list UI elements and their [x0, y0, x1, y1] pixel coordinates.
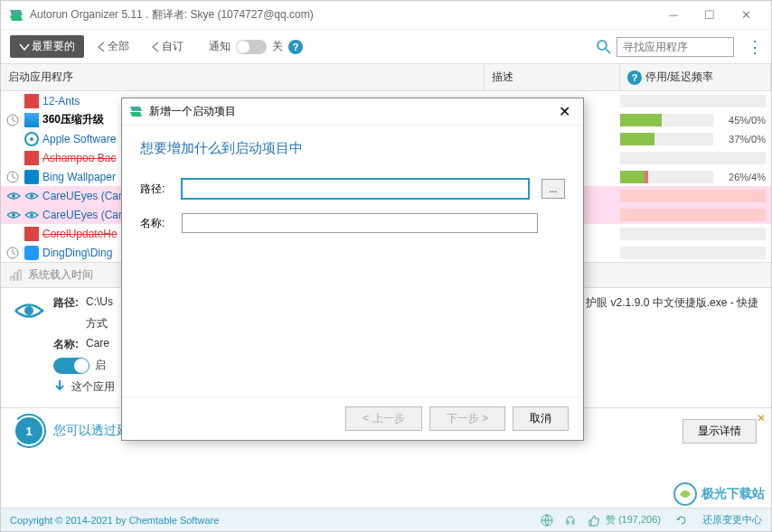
chevron-left-icon: [97, 42, 106, 52]
likes-label[interactable]: 赞 (197,206): [606, 513, 661, 527]
dialog-titlebar: 新增一个启动项目 ✕: [122, 98, 583, 126]
search-input[interactable]: [617, 37, 734, 57]
app-name: 12-Ants: [42, 95, 80, 107]
app-name: CareUEyes (Car: [42, 209, 122, 221]
method-label: 方式: [86, 316, 108, 331]
svg-point-8: [12, 213, 15, 217]
svg-line-1: [606, 49, 610, 53]
tip-badge: 1: [15, 417, 42, 444]
eye-icon: [14, 295, 44, 326]
app-name: Bing Wallpaper: [42, 171, 116, 183]
svg-point-9: [30, 213, 33, 217]
show-details-button[interactable]: 显示详情: [683, 419, 757, 443]
freq-text: 37%/0%: [717, 134, 766, 145]
app-logo-icon: [129, 105, 144, 119]
filter-custom[interactable]: 自订: [142, 35, 193, 58]
eye-icon: [6, 191, 21, 201]
close-button[interactable]: ✕: [728, 2, 764, 29]
titlebar: Autorun Organizer 5.11 . 翻译者: Skye (1074…: [1, 1, 771, 30]
app-name: CorelUpdateHe: [42, 228, 118, 240]
minimize-button[interactable]: ─: [655, 2, 692, 29]
col-header-freq[interactable]: ? 停用/延迟频率: [620, 64, 771, 90]
eye-icon: [6, 210, 21, 220]
path-field-row: 路径: ...: [140, 179, 565, 199]
help-icon[interactable]: ?: [627, 70, 642, 85]
app-name: 360压缩升级: [42, 112, 104, 127]
path-input[interactable]: [182, 179, 529, 199]
name-field-row: 名称:: [140, 213, 565, 233]
svg-point-6: [12, 194, 15, 198]
column-headers: 启动应用程序 描述 ? 停用/延迟频率: [1, 64, 771, 91]
path-field-label: 路径:: [140, 182, 173, 197]
name-value: Care: [86, 337, 109, 350]
cancel-button[interactable]: 取消: [513, 406, 569, 431]
app-name: Apple Software: [42, 133, 116, 145]
filter-custom-label: 自订: [162, 39, 184, 54]
statusbar: Copyright © 2014-2021 by Chemtable Softw…: [1, 508, 771, 531]
filter-all[interactable]: 全部: [88, 35, 138, 58]
clock-icon: [6, 171, 19, 183]
col-header-desc[interactable]: 描述: [485, 64, 620, 90]
dialog-question: 想要增加什么到启动项目中: [140, 140, 565, 157]
restore-icon[interactable]: [675, 514, 688, 527]
app-name: Ashampoo Bac: [42, 152, 116, 164]
name-input[interactable]: [182, 213, 538, 233]
section-label: 系统载入时间: [28, 267, 93, 283]
app-logo-icon: [8, 7, 24, 23]
browse-button[interactable]: ...: [541, 179, 565, 199]
path-suffix: 护眼 v2.1.9.0 中文便捷版.exe - 快捷: [586, 295, 758, 311]
notify-label: 通知: [209, 39, 231, 54]
dialog-footer: < 上一步 下一步 > 取消: [122, 397, 583, 440]
headset-icon[interactable]: [564, 514, 577, 527]
freq-text: 26%/4%: [717, 172, 766, 182]
path-label: 路径:: [53, 295, 86, 311]
dialog-title: 新增一个启动项目: [149, 104, 553, 119]
dialog-close-button[interactable]: ✕: [553, 103, 576, 120]
watermark-logo-icon: [673, 481, 698, 507]
enable-toggle[interactable]: [53, 358, 89, 374]
close-tip-button[interactable]: ✕: [757, 412, 766, 425]
dialog-body: 想要增加什么到启动项目中 路径: ... 名称:: [122, 126, 583, 397]
svg-point-7: [30, 194, 33, 198]
app-name: DingDing\Ding: [42, 247, 112, 259]
notify-group: 通知 关 ?: [209, 39, 303, 54]
filter-most-important[interactable]: 最重要的: [10, 35, 84, 58]
menu-button[interactable]: ⋮: [747, 37, 762, 57]
app-hint: 这个应用: [71, 379, 115, 395]
next-button[interactable]: 下一步 >: [429, 406, 505, 431]
col-header-app[interactable]: 启动应用程序: [1, 64, 485, 90]
help-icon[interactable]: ?: [288, 40, 303, 54]
notify-toggle[interactable]: [236, 40, 267, 54]
globe-icon[interactable]: [541, 514, 553, 527]
notify-off-label: 关: [272, 39, 283, 54]
name-field-label: 名称:: [140, 216, 173, 231]
svg-point-4: [30, 137, 33, 141]
enabled-label: 启: [95, 358, 106, 373]
search-box: [597, 37, 734, 57]
chevron-down-icon: [19, 42, 30, 51]
chart-icon: [10, 269, 23, 282]
add-startup-dialog: 新增一个启动项目 ✕ 想要增加什么到启动项目中 路径: ... 名称: < 上一…: [121, 98, 584, 441]
watermark: 极光下载站: [673, 481, 765, 507]
svg-point-11: [24, 306, 33, 315]
prev-button[interactable]: < 上一步: [345, 406, 421, 431]
clock-icon: [6, 247, 19, 259]
svg-point-0: [598, 41, 607, 50]
filter-label: 最重要的: [32, 39, 75, 54]
window-title: Autorun Organizer 5.11 . 翻译者: Skye (1074…: [30, 7, 655, 23]
maximize-button[interactable]: ☐: [692, 2, 728, 29]
restore-link[interactable]: 还原变更中心: [702, 513, 762, 527]
col-header-freq-label: 停用/延迟频率: [645, 70, 713, 85]
name-label: 名称:: [53, 337, 86, 352]
freq-text: 45%/0%: [717, 115, 766, 126]
toolbar: 最重要的 全部 自订 通知 关 ? ⋮: [1, 30, 771, 64]
thumbs-up-icon[interactable]: [588, 514, 600, 527]
chevron-left-icon: [151, 42, 160, 52]
copyright: Copyright © 2014-2021 by Chemtable Softw…: [10, 515, 535, 526]
app-name: CareUEyes (Car: [42, 190, 122, 202]
path-value: C:\Us: [86, 295, 113, 308]
search-icon: [597, 40, 611, 54]
watermark-text: 极光下载站: [701, 486, 765, 502]
arrow-down-icon: [53, 379, 66, 392]
clock-icon: [6, 114, 19, 126]
